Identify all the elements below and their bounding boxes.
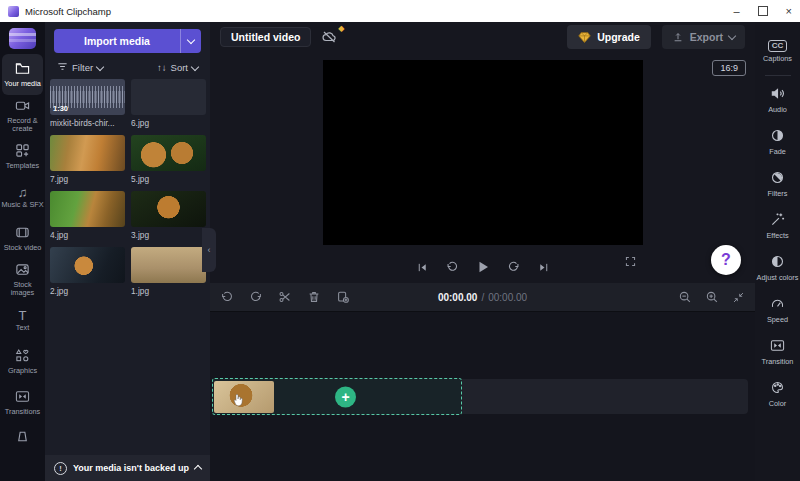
zoom-fit-button[interactable] xyxy=(732,291,745,304)
panel-item-transition[interactable]: Transition xyxy=(755,331,800,373)
sidebar-item-stock-images[interactable]: Stock images xyxy=(0,259,45,300)
media-item[interactable]: 2.jpg xyxy=(50,247,125,296)
help-button[interactable]: ? xyxy=(711,245,741,275)
image-thumbnail[interactable] xyxy=(131,247,206,283)
time-separator: / xyxy=(481,292,484,303)
cloud-backup-off-button[interactable]: ◆ xyxy=(321,30,337,44)
sort-button[interactable]: ↑↓ Sort xyxy=(157,62,198,73)
transition-icon xyxy=(770,338,785,355)
media-item[interactable]: 6.jpg xyxy=(131,79,206,128)
camera-icon xyxy=(15,98,30,115)
sidebar-item-text[interactable]: T Text xyxy=(0,300,45,341)
preview-area: 16:9 ? ‹ xyxy=(210,52,755,283)
image-thumbnail[interactable] xyxy=(50,191,125,227)
panel-item-adjust-colors[interactable]: Adjust colors xyxy=(755,247,800,289)
add-to-timeline-button[interactable]: + xyxy=(335,386,356,407)
chevron-down-icon xyxy=(728,32,736,40)
sidebar-item-transitions[interactable]: Transitions xyxy=(0,382,45,423)
timeline-clip[interactable] xyxy=(214,381,274,413)
sidebar-item-your-media[interactable]: Your media xyxy=(2,54,43,95)
zoom-in-button[interactable] xyxy=(705,290,719,304)
jump-back-button[interactable] xyxy=(445,260,459,274)
panel-item-speed[interactable]: Speed xyxy=(755,289,800,331)
timeline-track-bar[interactable] xyxy=(462,379,748,414)
panel-item-label: Filters xyxy=(768,190,788,198)
panel-item-audio[interactable]: Audio xyxy=(755,79,800,121)
media-item[interactable]: 5.jpg xyxy=(131,135,206,184)
play-button[interactable] xyxy=(475,259,491,275)
media-grid: 1:30 mixkit-birds-chir... 6.jpg 7.jpg 5.… xyxy=(50,79,206,296)
panel-item-fade[interactable]: Fade xyxy=(755,121,800,163)
filter-button[interactable]: Filter xyxy=(57,61,103,74)
delete-button[interactable] xyxy=(307,290,321,304)
image-thumbnail[interactable] xyxy=(131,135,206,171)
import-media-dropdown[interactable] xyxy=(180,29,201,53)
sidebar-item-record-create[interactable]: Record & create xyxy=(0,95,45,136)
maximize-button[interactable] xyxy=(758,6,768,16)
timeline-tracks[interactable]: + xyxy=(210,312,755,481)
timecode-display: 00:00.00 / 00:00.00 xyxy=(438,292,527,303)
duplicate-button[interactable] xyxy=(336,290,350,304)
media-item[interactable]: 1.jpg xyxy=(131,247,206,296)
gem-icon xyxy=(578,31,591,44)
palette-icon xyxy=(770,380,785,397)
image-thumbnail[interactable] xyxy=(131,191,206,227)
upgrade-button[interactable]: Upgrade xyxy=(567,25,651,49)
timeline-toolbar: 00:00.00 / 00:00.00 xyxy=(210,283,755,312)
aspect-ratio-button[interactable]: 16:9 xyxy=(712,60,746,76)
panel-item-captions[interactable]: CC Captions xyxy=(755,30,800,72)
sidebar-item-graphics[interactable]: Graphics xyxy=(0,341,45,382)
panel-item-filters[interactable]: Filters xyxy=(755,163,800,205)
duration-badge: 1:30 xyxy=(53,104,68,113)
split-scissors-button[interactable] xyxy=(278,290,292,304)
media-item[interactable]: 4.jpg xyxy=(50,191,125,240)
clipchamp-taskbar-icon xyxy=(8,6,19,17)
brand-kit-icon xyxy=(15,429,30,446)
zoom-out-button[interactable] xyxy=(678,290,692,304)
upgrade-label: Upgrade xyxy=(597,31,640,43)
image-thumbnail[interactable] xyxy=(131,79,206,115)
backup-notice-bar[interactable]: ! Your media isn't backed up xyxy=(45,455,210,481)
jump-forward-button[interactable] xyxy=(507,260,521,274)
sidebar-item-music-sfx[interactable]: ♫ Music & SFX xyxy=(0,177,45,218)
export-button[interactable]: Export xyxy=(662,25,745,49)
audio-waveform-thumbnail[interactable]: 1:30 xyxy=(50,79,125,115)
export-label: Export xyxy=(690,31,723,43)
sidebar-item-templates[interactable]: Templates xyxy=(0,136,45,177)
current-time: 00:00.00 xyxy=(438,292,477,303)
media-item[interactable]: 7.jpg xyxy=(50,135,125,184)
image-icon xyxy=(15,262,30,279)
minimize-button[interactable]: – xyxy=(733,6,739,17)
shapes-icon xyxy=(15,348,30,365)
panel-item-effects[interactable]: Effects xyxy=(755,205,800,247)
sidebar-item-label: Stock images xyxy=(1,281,44,297)
chevron-down-icon xyxy=(96,62,104,70)
import-media-button[interactable]: Import media xyxy=(54,29,180,53)
media-item[interactable]: 3.jpg xyxy=(131,191,206,240)
image-thumbnail[interactable] xyxy=(50,247,125,283)
chevron-down-icon xyxy=(187,36,195,44)
cloud-off-icon xyxy=(321,30,337,44)
window-title: Microsoft Clipchamp xyxy=(25,6,111,17)
seek-end-button[interactable] xyxy=(537,261,550,274)
adjust-colors-icon xyxy=(770,254,785,271)
timeline-drop-zone[interactable]: + xyxy=(212,378,462,415)
close-button[interactable]: × xyxy=(786,6,792,17)
editor-area: Untitled video ◆ Upgrade Export xyxy=(210,22,755,481)
project-title-input[interactable]: Untitled video xyxy=(220,27,311,47)
undo-button[interactable] xyxy=(220,290,234,304)
fullscreen-button[interactable] xyxy=(624,254,637,272)
media-item-audio[interactable]: 1:30 mixkit-birds-chir... xyxy=(50,79,125,128)
title-bar: Microsoft Clipchamp – × xyxy=(0,0,800,22)
seek-start-button[interactable] xyxy=(416,261,429,274)
sidebar-item-stock-video[interactable]: Stock video xyxy=(0,218,45,259)
image-thumbnail[interactable] xyxy=(50,135,125,171)
film-icon xyxy=(15,225,30,242)
sidebar-item-brand-kit[interactable] xyxy=(0,423,45,453)
sort-arrows-icon: ↑↓ xyxy=(157,62,167,73)
redo-button[interactable] xyxy=(249,290,263,304)
filters-icon xyxy=(770,170,785,187)
panel-item-color[interactable]: Color xyxy=(755,373,800,415)
collapse-media-panel-button[interactable]: ‹ xyxy=(202,228,216,272)
panel-item-label: Color xyxy=(769,400,786,408)
